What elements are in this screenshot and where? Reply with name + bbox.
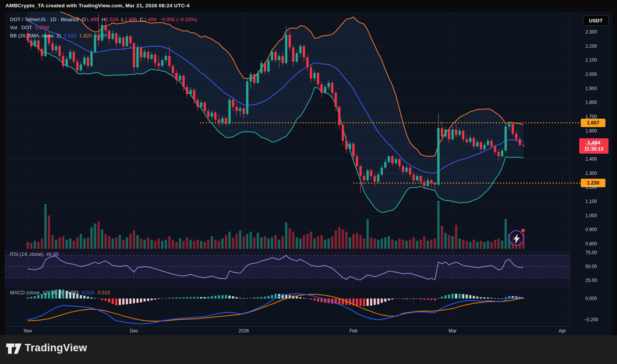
macd-signal-value: 0.010: [98, 290, 110, 295]
bb-lower-value: 1.399: [94, 33, 107, 39]
macd-line-value: 0.010: [82, 290, 95, 295]
macd-label: MACD (close, 12, 26, 9): [10, 290, 64, 295]
price-tick: 1.300: [570, 170, 612, 176]
bb-legend[interactable]: BB (20, SMA, close, 2) 1.510 1.620 1.399: [10, 33, 109, 39]
macd-hist-value: 0.001: [66, 290, 79, 295]
rsi-tick: 50.00: [570, 263, 612, 270]
price-tick: 0.800: [570, 241, 612, 247]
price-tick: 1.800: [570, 99, 612, 106]
rsi-value: 48.89: [46, 251, 59, 257]
footer-bar: TradingView: [0, 335, 617, 364]
bb-basis-value: 1.510: [64, 33, 76, 39]
close-value: 1.494: [144, 17, 157, 22]
notification-dot: [521, 229, 525, 232]
low-value: 1.486: [124, 17, 137, 22]
price-tick: 2.000: [570, 71, 612, 77]
tradingview-screenshot: AMBCrypto_TA created with TradingView.co…: [0, 0, 617, 364]
macd-tick: 0.000: [570, 295, 612, 302]
currency-button[interactable]: USDT: [583, 15, 609, 26]
price-tick: 1.000: [570, 213, 612, 219]
macd-tick: −0.200: [570, 317, 612, 323]
chart-canvas[interactable]: [5, 12, 612, 326]
bb-upper-value: 1.620: [79, 33, 92, 39]
low-label: L: [121, 17, 124, 22]
price-tick: 1.900: [570, 86, 612, 92]
time-axis-label: 2026: [239, 328, 249, 334]
price-tick: 1.500: [570, 142, 612, 148]
volume-legend[interactable]: Vol · DOT 1.35M: [10, 25, 51, 30]
high-label: H: [102, 17, 105, 22]
volume-label: Vol · DOT: [10, 25, 32, 30]
open-value: 1.499: [86, 17, 99, 22]
rsi-legend[interactable]: RSI (14, close) 48.89: [10, 251, 60, 257]
time-axis-label: Nov: [24, 328, 32, 334]
rsi-label: RSI (14, close): [10, 251, 43, 257]
lightning-icon[interactable]: [509, 230, 524, 246]
tradingview-logo-icon[interactable]: [6, 342, 22, 357]
time-axis-label: Mar: [448, 328, 457, 334]
price-tick: 0.900: [570, 226, 612, 233]
time-axis-label: Apr: [559, 328, 566, 334]
price-tick: 1.200: [570, 184, 612, 190]
price-tick: 1.700: [570, 114, 612, 120]
chart-panel[interactable]: NovDec2026FebMarApr DOT / TetherUS · 1D …: [5, 12, 612, 335]
price-tick: 1.100: [570, 198, 612, 205]
macd-legend[interactable]: MACD (close, 12, 26, 9) 0.001 0.010 0.01…: [10, 290, 111, 295]
time-axis-label: Feb: [349, 328, 357, 334]
price-tick: 2.100: [570, 57, 612, 63]
bb-label: BB (20, SMA, close, 2): [10, 33, 61, 39]
high-value: 1.516: [106, 17, 118, 22]
page-title: AMBCrypto_TA created with TradingView.co…: [5, 3, 190, 8]
tradingview-logo-text[interactable]: TradingView: [25, 342, 87, 354]
price-tick: 1.400: [570, 156, 612, 162]
price-tick: 1.600: [570, 128, 612, 134]
time-axis-label: Dec: [130, 328, 138, 334]
volume-value: 1.35M: [35, 25, 49, 30]
rsi-tick: 75.00: [570, 250, 612, 256]
rsi-tick: 25.00: [570, 277, 612, 283]
price-tick: 2.200: [570, 43, 612, 49]
symbol-legend[interactable]: DOT / TetherUS · 1D · Binance O1.499 H1.…: [10, 17, 198, 22]
open-label: O: [82, 17, 86, 22]
symbol-name[interactable]: DOT / TetherUS · 1D · Binance: [10, 17, 79, 22]
change-value: −0.005 (−0.33%): [159, 17, 197, 22]
close-label: C: [140, 17, 143, 22]
bolt-glyph: [513, 234, 521, 244]
price-axis[interactable]: USDT 1.657 1.230 1.494 11:35:13 2.3002.2…: [570, 12, 612, 335]
price-tick: 2.300: [570, 29, 612, 35]
header-bar: AMBCrypto_TA created with TradingView.co…: [0, 0, 617, 12]
time-axis[interactable]: NovDec2026FebMarApr: [5, 326, 570, 335]
resistance-price-badge[interactable]: 1.657: [581, 119, 605, 127]
